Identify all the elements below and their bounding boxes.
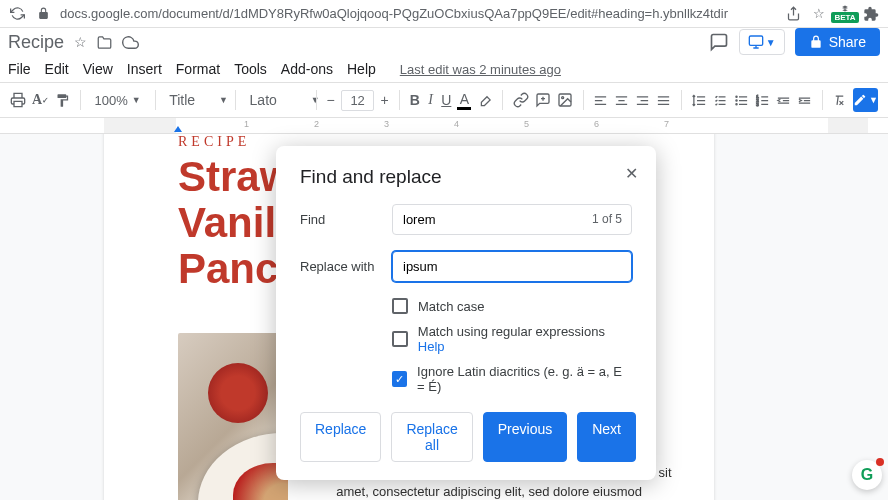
url-text[interactable]: docs.google.com/document/d/1dMDY8RyRfw0a… xyxy=(60,6,776,21)
last-edit-link[interactable]: Last edit was 2 minutes ago xyxy=(400,62,561,77)
highlight-color-icon[interactable] xyxy=(477,89,492,111)
recipe-image[interactable] xyxy=(178,333,288,500)
decrease-font-icon[interactable]: − xyxy=(326,89,335,111)
find-label: Find xyxy=(300,212,378,227)
bookmark-star-icon[interactable]: ☆ xyxy=(810,5,828,23)
font-size-input[interactable]: 12 xyxy=(341,90,373,111)
print-icon[interactable] xyxy=(10,89,26,111)
menu-tools[interactable]: Tools xyxy=(234,61,267,77)
align-left-icon[interactable] xyxy=(593,89,608,111)
previous-button[interactable]: Previous xyxy=(483,412,567,462)
text-color-icon[interactable]: A xyxy=(457,89,471,111)
decrease-indent-icon[interactable] xyxy=(776,89,791,111)
menu-insert[interactable]: Insert xyxy=(127,61,162,77)
menu-addons[interactable]: Add-ons xyxy=(281,61,333,77)
svg-rect-0 xyxy=(749,36,762,45)
checkbox-unchecked-icon[interactable] xyxy=(392,331,408,347)
next-button[interactable]: Next xyxy=(577,412,636,462)
menu-bar: File Edit View Insert Format Tools Add-o… xyxy=(0,56,888,82)
line-spacing-icon[interactable] xyxy=(692,89,707,111)
replace-input[interactable] xyxy=(392,251,632,282)
align-center-icon[interactable] xyxy=(614,89,629,111)
clear-formatting-icon[interactable] xyxy=(832,89,847,111)
align-justify-icon[interactable] xyxy=(656,89,671,111)
menu-view[interactable]: View xyxy=(83,61,113,77)
menu-file[interactable]: File xyxy=(8,61,31,77)
regex-help-link[interactable]: Help xyxy=(418,339,445,354)
star-icon[interactable]: ☆ xyxy=(74,34,87,50)
editing-mode-dropdown[interactable]: ▼ xyxy=(853,88,878,112)
document-titlebar: Recipe ☆ ▼ Share xyxy=(0,28,888,56)
cloud-status-icon[interactable] xyxy=(122,34,139,51)
italic-icon[interactable]: I xyxy=(426,89,435,111)
svg-point-5 xyxy=(735,103,736,104)
checkbox-checked-icon[interactable]: ✓ xyxy=(392,371,407,387)
insert-image-icon[interactable] xyxy=(557,89,573,111)
checklist-icon[interactable] xyxy=(713,89,728,111)
replace-label: Replace with xyxy=(300,259,378,274)
dialog-title: Find and replace xyxy=(300,166,632,188)
extension-beta-icon[interactable]: BETA xyxy=(836,5,854,23)
match-case-option[interactable]: Match case xyxy=(392,298,632,314)
share-button[interactable]: Share xyxy=(795,28,880,56)
close-icon[interactable]: ✕ xyxy=(625,164,638,183)
grammarly-fab-icon[interactable]: G xyxy=(852,460,882,490)
find-replace-dialog: Find and replace ✕ Find 1 of 5 Replace w… xyxy=(276,146,656,480)
numbered-list-icon[interactable]: 123 xyxy=(755,89,770,111)
menu-format[interactable]: Format xyxy=(176,61,220,77)
add-comment-icon[interactable] xyxy=(535,89,551,111)
bulleted-list-icon[interactable] xyxy=(734,89,749,111)
svg-point-2 xyxy=(561,97,563,99)
menu-help[interactable]: Help xyxy=(347,61,376,77)
spellcheck-icon[interactable]: A✓ xyxy=(32,89,49,111)
comments-icon[interactable] xyxy=(709,32,729,52)
checkbox-unchecked-icon[interactable] xyxy=(392,298,408,314)
present-dropdown[interactable]: ▼ xyxy=(739,29,785,55)
reload-icon[interactable] xyxy=(8,5,26,23)
align-right-icon[interactable] xyxy=(635,89,650,111)
share-label: Share xyxy=(829,34,866,50)
svg-point-4 xyxy=(735,99,736,100)
diacritics-option[interactable]: ✓ Ignore Latin diacritics (e. g. ä = a, … xyxy=(392,364,632,394)
menu-edit[interactable]: Edit xyxy=(45,61,69,77)
increase-font-icon[interactable]: + xyxy=(380,89,389,111)
paint-format-icon[interactable] xyxy=(55,89,70,111)
regex-option[interactable]: Match using regular expressions Help xyxy=(392,324,632,354)
svg-text:3: 3 xyxy=(756,101,759,106)
zoom-dropdown[interactable]: 100% ▼ xyxy=(91,93,145,108)
browser-address-bar: docs.google.com/document/d/1dMDY8RyRfw0a… xyxy=(0,0,888,28)
replace-all-button[interactable]: Replace all xyxy=(391,412,472,462)
horizontal-ruler[interactable]: 1 2 3 4 5 6 7 xyxy=(0,118,888,134)
bold-icon[interactable]: B xyxy=(410,89,420,111)
share-url-icon[interactable] xyxy=(784,5,802,23)
font-family-dropdown[interactable]: Lato ▼ xyxy=(246,92,306,108)
increase-indent-icon[interactable] xyxy=(797,89,812,111)
svg-point-3 xyxy=(735,96,736,97)
move-folder-icon[interactable] xyxy=(97,35,112,50)
lock-icon xyxy=(34,5,52,23)
paragraph-style-dropdown[interactable]: Title ▼ xyxy=(165,92,225,108)
replace-button[interactable]: Replace xyxy=(300,412,381,462)
extensions-puzzle-icon[interactable] xyxy=(862,5,880,23)
match-count: 1 of 5 xyxy=(592,212,622,226)
document-title[interactable]: Recipe xyxy=(8,32,64,53)
insert-link-icon[interactable] xyxy=(513,89,529,111)
underline-icon[interactable]: U xyxy=(441,89,451,111)
formatting-toolbar: A✓ 100% ▼ Title ▼ Lato ▼ − 12 + B I U A … xyxy=(0,82,888,118)
